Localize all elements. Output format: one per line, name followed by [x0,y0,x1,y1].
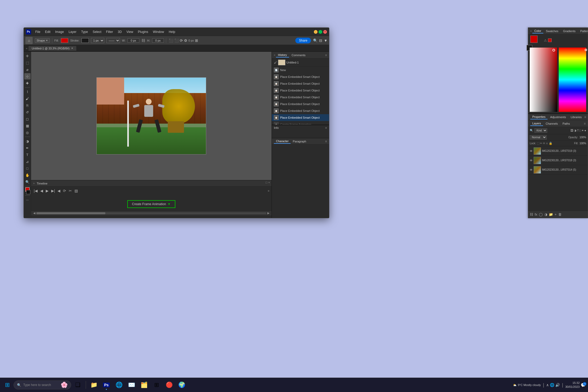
lasso-tool[interactable]: ⌀ [24,66,31,73]
transform-icon[interactable]: ⟳ [180,38,183,43]
background-color-chip[interactable] [26,190,30,194]
link-layers-icon[interactable]: ⛓ [530,212,533,216]
channels-tab[interactable]: Channels [544,122,560,126]
next-frame-button[interactable]: ▶| [51,188,56,193]
tray-arrow[interactable]: ∧ [546,383,549,387]
document-tab[interactable]: Untitled-1 @ 33.3% (RGB/8#) ✕ [28,46,76,51]
taskbar-app-6[interactable]: 🔴 [163,379,175,391]
menu-view[interactable]: View [124,29,135,34]
layer-visibility-2[interactable]: 👁 [530,159,533,162]
adjustments-tab[interactable]: Adjustments [548,115,568,119]
reverse-button[interactable]: ◀ [57,188,61,193]
notification-button[interactable]: 💬 21 [581,383,586,388]
layer-item-2[interactable]: 👁 IMG20230130...URST018 (3) [528,156,588,165]
character-tab[interactable]: Character [274,139,291,144]
libraries-tab[interactable]: Libraries [569,115,584,119]
properties-options[interactable]: ≡ [584,115,586,119]
history-brush-icon[interactable]: 🖌 [274,61,277,64]
path-tool[interactable]: ⊿ [24,158,31,165]
taskbar-app-mail[interactable]: ✉️ [126,379,137,391]
fx-icon[interactable]: fx [535,212,537,216]
fill-color[interactable] [61,38,68,43]
share-button[interactable]: Share [295,38,311,43]
kind-dropdown[interactable]: Kind [534,128,547,133]
foreground-swatch[interactable] [530,36,538,43]
history-item-place-3[interactable]: 📋 Place Embedded Smart Object [272,87,329,94]
taskbar-app-explorer[interactable]: 📁 [88,379,100,391]
crop-tool[interactable]: ⊹ [24,73,31,79]
render-button[interactable]: ▨ [74,188,78,193]
timeline-close[interactable]: × [268,181,270,184]
history-item-place-2[interactable]: 📋 Place Embedded Smart Object [272,80,329,87]
layer-item-1[interactable]: 👁 IMG20230130...URST019 (3) [528,146,588,156]
dodge-tool[interactable]: ◑ [24,138,31,144]
cut-button[interactable]: ✂ [68,188,72,193]
stroke-style-dropdown[interactable]: ——- - [106,38,120,43]
stroke-width-dropdown[interactable]: 1 px2 px3 px [91,38,104,43]
lock-position[interactable]: ✛ [543,142,545,145]
menu-plugins[interactable]: Plugins [136,29,150,34]
scrubber-arrow-right[interactable]: ▶ [267,211,269,215]
edit-toolbar-icon[interactable]: ··· [24,197,31,203]
pen-tool[interactable]: ✒ [24,145,31,151]
marquee-tool[interactable]: ⬚ [24,60,31,66]
layer-visibility-1[interactable]: 👁 [530,149,533,153]
filter-adjust[interactable]: ◑ [574,129,577,132]
stroke-color[interactable] [82,38,89,43]
taskbar-search[interactable]: 🔍 Type here to search 🌸 [14,381,71,389]
menu-3d[interactable]: 3D [116,29,124,34]
history-item-place-4[interactable]: 📋 Place Embedded Smart Object [272,94,329,101]
scrubber-handle[interactable] [36,212,105,214]
gradient-tool[interactable]: ▦ [24,123,31,129]
info-options[interactable]: ≡ [325,126,327,129]
filter-shape[interactable]: □ [579,129,581,132]
more-icon[interactable]: ▼ [324,38,327,43]
minimize-button[interactable]: – [314,30,318,34]
comments-tab[interactable]: Comments [290,53,308,57]
taskbar-app-task-view[interactable]: ❑ [72,379,84,391]
paragraph-tab[interactable]: Paragraph [291,139,308,143]
color-tab[interactable]: Color [532,29,543,33]
menu-filter[interactable]: Filter [104,29,115,34]
search-options-icon[interactable]: 🔍 [313,38,318,43]
lock-transparent[interactable]: ⬚ [537,142,539,145]
collapse-tabs-icon[interactable]: « [26,47,27,50]
adjustment-icon[interactable]: ◑ [544,212,547,216]
history-item-place-6[interactable]: 📋 Place Embedded Smart Object [272,107,329,114]
menu-image[interactable]: Image [53,29,66,34]
layer-visibility-3[interactable]: 👁 [530,168,533,171]
maximize-button[interactable]: □ [319,30,322,34]
color-spectrum-bar[interactable] [559,48,586,112]
history-options[interactable]: ≡ [325,53,327,57]
start-button[interactable]: ⊞ [2,380,13,390]
lock-artboard[interactable]: ⚔ [546,142,548,145]
eraser-tool[interactable]: ◻ [24,116,31,122]
patterns-tab[interactable]: Patterns [578,29,588,33]
triangle-icon[interactable]: ⚠ [544,38,547,42]
layers-options[interactable]: ≡ [584,122,586,125]
move-tool[interactable]: ✛ [24,53,31,59]
add-mask-icon[interactable]: ◯ [539,212,543,216]
history-item-new[interactable]: 📄 New [272,67,329,73]
delete-layer-icon[interactable]: 🗑 [558,212,562,216]
history-tab[interactable]: History [276,53,289,57]
swatches-tab[interactable]: Swatches [544,29,561,33]
color-panel-collapse[interactable]: « [530,30,532,32]
layers-tab[interactable]: Layers [530,121,543,126]
taskbar-app-photoshop[interactable]: Ps [101,379,112,391]
link-icon[interactable]: ⛓ [141,38,145,43]
filter-type[interactable]: T [577,129,579,132]
lock-pixels[interactable]: ✏ [540,142,542,145]
layer-item-3[interactable]: 👁 IMG20230130...URST014 (5) [528,165,588,175]
paths-tab[interactable]: Paths [561,122,572,126]
clone-stamp[interactable]: ⎘ [24,102,31,108]
first-frame-button[interactable]: |◀ [33,188,38,193]
timeline-collapse[interactable]: » [33,182,35,185]
timeline-expand[interactable]: □ [266,181,267,184]
create-frame-animation-button[interactable]: Create Frame Animation ▼ [127,200,175,208]
clock[interactable]: 15:32 30/01/2023 [565,381,580,389]
close-tab-button[interactable]: ✕ [71,47,73,50]
align-left-icon[interactable]: ⬛ [169,38,173,43]
canvas-background[interactable] [31,56,272,176]
scrubber-arrow-left[interactable]: ◀ [33,211,35,215]
